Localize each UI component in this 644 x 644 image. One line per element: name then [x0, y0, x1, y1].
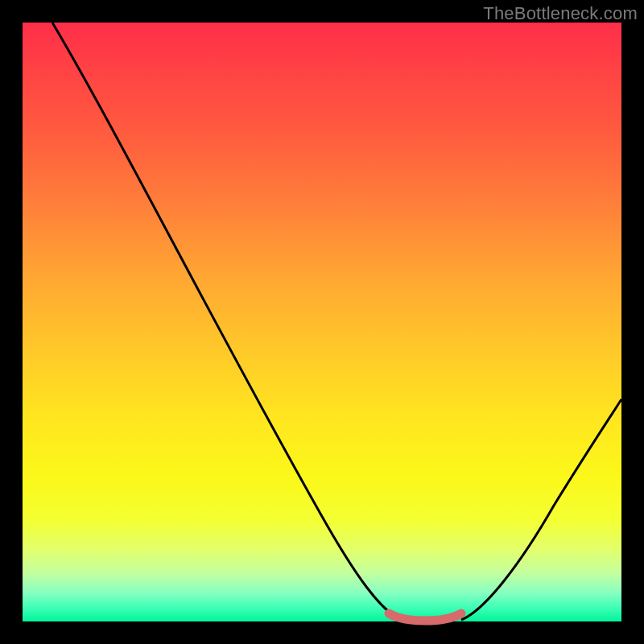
- valley-marker: [389, 613, 461, 621]
- chart-frame: TheBottleneck.com: [0, 0, 644, 644]
- watermark-text: TheBottleneck.com: [483, 3, 638, 24]
- curve-left-branch: [52, 23, 401, 620]
- curve-right-branch: [461, 399, 621, 620]
- plot-area: [23, 23, 621, 621]
- curve-layer: [23, 23, 621, 621]
